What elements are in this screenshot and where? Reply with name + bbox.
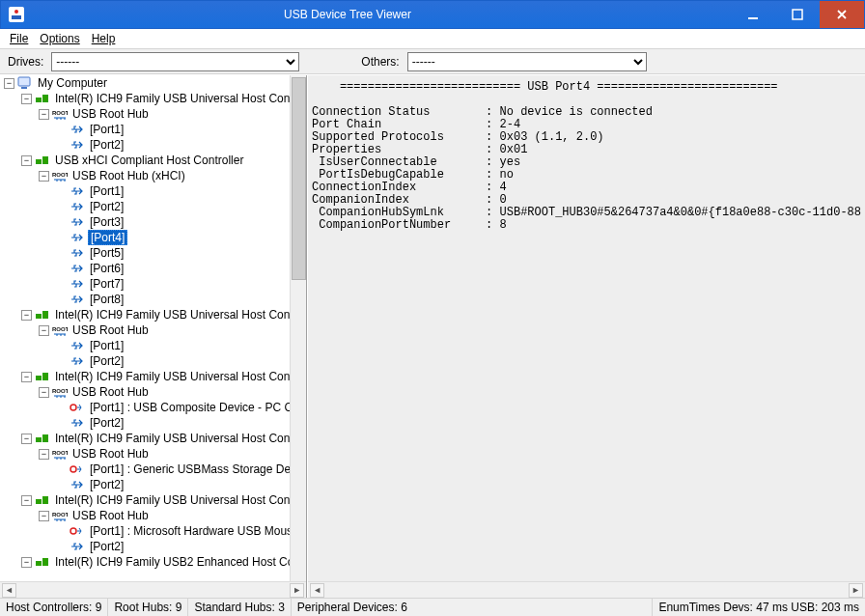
- tree-node-label[interactable]: [Port1] : Generic USBMass Storage Dev: [88, 462, 298, 476]
- tree-node-label[interactable]: USB xHCI Compliant Host Controller: [53, 154, 245, 167]
- tree-node-label[interactable]: [Port3]: [88, 215, 126, 229]
- tree-node[interactable]: [Port5]: [0, 245, 306, 261]
- tree-node-label[interactable]: USB Root Hub (xHCI): [70, 169, 187, 182]
- tree-node-label[interactable]: [Port8]: [88, 293, 126, 306]
- tree-node-label[interactable]: Intel(R) ICH9 Family USB Universal Host …: [53, 92, 305, 105]
- tree-node-label[interactable]: [Port4]: [88, 230, 127, 245]
- tree-node[interactable]: [Port7]: [0, 276, 306, 292]
- collapse-toggle-icon[interactable]: −: [21, 155, 32, 166]
- device-tree[interactable]: −My Computer−Intel(R) ICH9 Family USB Un…: [0, 75, 306, 581]
- collapse-toggle-icon[interactable]: −: [21, 557, 32, 568]
- tree-node-label[interactable]: Intel(R) ICH9 Family USB Universal Host …: [53, 308, 305, 322]
- collapse-toggle-icon[interactable]: −: [39, 325, 49, 336]
- collapse-toggle-icon[interactable]: −: [39, 109, 49, 120]
- tree-hscrollbar[interactable]: ◄ ►: [0, 581, 306, 598]
- tree-node-label[interactable]: Intel(R) ICH9 Family USB Universal Host …: [53, 432, 305, 445]
- tree-node-label[interactable]: USB Root Hub: [70, 385, 151, 399]
- tree-node-label[interactable]: [Port2]: [88, 138, 126, 152]
- collapse-toggle-icon[interactable]: −: [21, 434, 32, 444]
- tree-node[interactable]: [Port1] : USB Composite Device - PC Ca: [0, 400, 306, 415]
- tree-node[interactable]: −ROOTUSB Root Hub (xHCI): [0, 168, 306, 183]
- toggle-spacer: [56, 418, 67, 429]
- tree-node-label[interactable]: [Port2]: [88, 416, 126, 430]
- close-button[interactable]: [820, 1, 864, 28]
- usb-icon: [70, 540, 85, 553]
- svg-point-18: [70, 405, 76, 410]
- drives-select[interactable]: ------: [51, 52, 299, 71]
- tree-node[interactable]: [Port2]: [0, 199, 306, 214]
- collapse-toggle-icon[interactable]: −: [21, 310, 32, 321]
- tree-node[interactable]: [Port6]: [0, 261, 306, 276]
- tree-node[interactable]: [Port1]: [0, 338, 306, 353]
- tree-node-label[interactable]: Intel(R) ICH9 Family USB2 Enhanced Host …: [53, 555, 305, 569]
- maximize-button[interactable]: [775, 1, 820, 28]
- tree-node[interactable]: [Port2]: [0, 415, 306, 431]
- tree-node[interactable]: [Port1] : Generic USBMass Storage Dev: [0, 462, 306, 477]
- tree-node[interactable]: [Port1]: [0, 183, 306, 199]
- tree-node[interactable]: −Intel(R) ICH9 Family USB Universal Host…: [0, 91, 306, 106]
- tree-node[interactable]: [Port3]: [0, 214, 306, 230]
- tree-node[interactable]: −USB xHCI Compliant Host Controller: [0, 153, 306, 168]
- tree-node-label[interactable]: [Port1] : USB Composite Device - PC Ca: [88, 401, 301, 414]
- tree-node-label[interactable]: [Port2]: [88, 200, 126, 213]
- collapse-toggle-icon[interactable]: −: [39, 449, 49, 460]
- tree-node[interactable]: [Port2]: [0, 137, 306, 153]
- tree-node-label[interactable]: [Port1] : Microsoft Hardware USB Mous: [88, 524, 294, 538]
- tree-node-label[interactable]: [Port6]: [88, 262, 126, 275]
- menu-help[interactable]: Help: [86, 30, 122, 47]
- tree-node[interactable]: [Port2]: [0, 353, 306, 369]
- scroll-right-icon[interactable]: ►: [290, 583, 304, 598]
- tree-node[interactable]: −ROOTUSB Root Hub: [0, 106, 306, 122]
- collapse-toggle-icon[interactable]: −: [4, 78, 14, 89]
- tree-node[interactable]: [Port8]: [0, 292, 306, 307]
- tree-node-label[interactable]: [Port1]: [88, 184, 126, 198]
- tree-node-label[interactable]: [Port7]: [88, 277, 126, 291]
- tree-node[interactable]: −Intel(R) ICH9 Family USB Universal Host…: [0, 492, 306, 508]
- tree-node[interactable]: [Port1] : Microsoft Hardware USB Mous: [0, 523, 306, 539]
- collapse-toggle-icon[interactable]: −: [21, 94, 32, 104]
- collapse-toggle-icon[interactable]: −: [39, 171, 49, 182]
- status-bar: Host Controllers: 9 Root Hubs: 9 Standar…: [0, 598, 865, 616]
- tree-node[interactable]: −My Computer: [0, 75, 306, 91]
- scroll-left-icon[interactable]: ◄: [2, 583, 16, 598]
- collapse-toggle-icon[interactable]: −: [21, 372, 32, 382]
- collapse-toggle-icon[interactable]: −: [39, 387, 49, 398]
- tree-node-label[interactable]: [Port2]: [88, 354, 126, 368]
- tree-node-label[interactable]: [Port1]: [88, 339, 126, 352]
- tree-vscrollbar[interactable]: [290, 75, 306, 581]
- others-select[interactable]: ------: [407, 52, 647, 71]
- tree-node[interactable]: [Port4]: [0, 230, 306, 245]
- tree-node[interactable]: −Intel(R) ICH9 Family USB Universal Host…: [0, 307, 306, 322]
- tree-node[interactable]: −ROOTUSB Root Hub: [0, 322, 306, 338]
- scroll-right-icon[interactable]: ►: [849, 583, 863, 598]
- tree-node[interactable]: [Port2]: [0, 477, 306, 492]
- scroll-left-icon[interactable]: ◄: [310, 583, 324, 598]
- tree-node-label[interactable]: USB Root Hub: [70, 107, 151, 121]
- tree-node[interactable]: [Port2]: [0, 539, 306, 554]
- tree-node-label[interactable]: [Port5]: [88, 246, 126, 260]
- detail-text[interactable]: ========================== USB Port4 ===…: [308, 75, 865, 581]
- toggle-spacer: [56, 356, 67, 367]
- tree-node[interactable]: −ROOTUSB Root Hub: [0, 446, 306, 462]
- tree-node-label[interactable]: [Port2]: [88, 478, 126, 491]
- tree-node[interactable]: −Intel(R) ICH9 Family USB2 Enhanced Host…: [0, 554, 306, 570]
- tree-node[interactable]: −Intel(R) ICH9 Family USB Universal Host…: [0, 369, 306, 384]
- menu-options[interactable]: Options: [34, 30, 85, 47]
- tree-node[interactable]: −ROOTUSB Root Hub: [0, 508, 306, 523]
- collapse-toggle-icon[interactable]: −: [21, 495, 32, 506]
- tree-node-label[interactable]: Intel(R) ICH9 Family USB Universal Host …: [53, 493, 305, 507]
- tree-node-label[interactable]: [Port2]: [88, 540, 126, 553]
- tree-node-label[interactable]: USB Root Hub: [70, 323, 151, 337]
- tree-node-label[interactable]: [Port1]: [88, 123, 126, 136]
- tree-node-label[interactable]: USB Root Hub: [70, 509, 151, 522]
- menu-file[interactable]: File: [4, 30, 34, 47]
- minimize-button[interactable]: [731, 1, 775, 28]
- tree-node[interactable]: −Intel(R) ICH9 Family USB Universal Host…: [0, 431, 306, 446]
- tree-node[interactable]: −ROOTUSB Root Hub: [0, 384, 306, 400]
- tree-node-label[interactable]: Intel(R) ICH9 Family USB Universal Host …: [53, 370, 305, 383]
- tree-node-label[interactable]: USB Root Hub: [70, 447, 151, 461]
- detail-hscrollbar[interactable]: ◄ ►: [308, 581, 865, 598]
- tree-node-label[interactable]: My Computer: [36, 76, 109, 90]
- tree-node[interactable]: [Port1]: [0, 122, 306, 137]
- collapse-toggle-icon[interactable]: −: [39, 511, 49, 521]
